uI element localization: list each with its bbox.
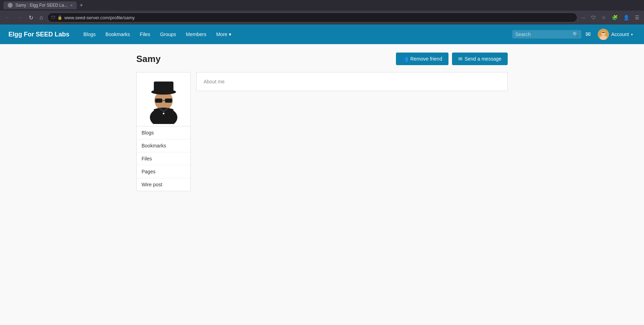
sidebar-item-bookmarks[interactable]: Bookmarks [137,139,190,152]
remove-friend-label: Remove friend [410,56,442,62]
about-me-box: About me [196,72,508,91]
send-message-icon: ✉ [458,56,463,62]
more-chevron-icon: ▾ [229,32,231,37]
browser-toolbar: ← → ↻ ⌂ 🛡 🔒 www.seed-server.com/profile/… [0,11,644,25]
svg-rect-7 [154,81,173,92]
avatar-image [598,29,609,40]
browser-tab[interactable]: Samy : Elgg For SEED La... × [4,1,77,9]
nav-links: Blogs Bookmarks Files Groups Members Mor… [79,29,512,40]
app-brand[interactable]: Elgg For SEED Labs [8,31,69,38]
svg-rect-9 [165,98,172,103]
menu-button[interactable]: ☰ [633,14,641,21]
account-label: Account [611,32,629,37]
app-navbar: Elgg For SEED Labs Blogs Bookmarks Files… [0,25,644,44]
extensions-button[interactable]: 🧩 [610,14,619,21]
more-tools-button[interactable]: ··· [580,14,587,21]
search-icon[interactable]: 🔍 [573,32,578,37]
profile-sidebar: Blogs Bookmarks Files Pages Wire post [136,72,191,191]
svg-point-11 [163,112,164,114]
nav-link-members[interactable]: Members [182,29,211,40]
account-menu[interactable]: Account ▾ [595,27,636,41]
refresh-button[interactable]: ↻ [27,13,35,22]
bookmark-button[interactable]: ☆ [600,14,608,21]
shield-icon: 🛡 [51,15,55,20]
samy-avatar-svg [143,75,185,124]
svg-point-1 [601,31,605,35]
account-chevron-icon: ▾ [631,33,633,36]
search-input[interactable] [515,32,571,37]
profile-avatar-image [137,72,190,126]
mail-icon[interactable]: ✉ [585,30,591,38]
close-tab-button[interactable]: × [70,3,73,7]
sidebar-item-pages[interactable]: Pages [137,165,190,178]
tab-favicon [8,3,13,8]
toolbar-icons: ··· 🛡 ☆ 🧩 👤 ☰ [580,14,641,21]
page-content: Samy 👥 Remove friend ✉ Send a message [129,44,515,200]
sidebar-item-blogs[interactable]: Blogs [137,126,190,139]
nav-link-bookmarks[interactable]: Bookmarks [101,29,134,40]
about-me-title: About me [204,79,225,84]
profile-actions: 👥 Remove friend ✉ Send a message [396,53,508,65]
sidebar-item-files[interactable]: Files [137,152,190,165]
sidebar-item-wire-post[interactable]: Wire post [137,178,190,191]
back-button[interactable]: ← [3,13,13,22]
profile-avatar-box [136,72,191,126]
lock-icon: 🔒 [57,15,62,20]
remove-friend-icon: 👥 [402,56,408,62]
profile-layout: Blogs Bookmarks Files Pages Wire post Ab… [136,72,508,191]
address-bar[interactable]: 🛡 🔒 www.seed-server.com/profile/samy [47,13,578,22]
forward-button[interactable]: → [15,13,25,22]
profile-header: Samy 👥 Remove friend ✉ Send a message [136,53,508,65]
shield-button[interactable]: 🛡 [589,14,598,21]
remove-friend-button[interactable]: 👥 Remove friend [396,53,448,65]
send-message-label: Send a message [465,56,501,62]
nav-link-files[interactable]: Files [136,29,155,40]
profile-name: Samy [136,54,160,64]
svg-rect-8 [155,98,162,103]
nav-link-blogs[interactable]: Blogs [79,29,100,40]
new-tab-button[interactable]: + [80,2,83,8]
url-display: www.seed-server.com/profile/samy [64,15,135,20]
profile-button[interactable]: 👤 [622,14,631,21]
avatar [598,29,609,40]
more-label: More [216,32,227,37]
browser-title-bar: Samy : Elgg For SEED La... × + [0,0,644,11]
nav-link-more[interactable]: More ▾ [212,29,235,40]
profile-sidebar-menu: Blogs Bookmarks Files Pages Wire post [136,126,191,191]
nav-link-groups[interactable]: Groups [156,29,180,40]
profile-main: About me [196,72,508,91]
send-message-button[interactable]: ✉ Send a message [452,53,508,65]
nav-search-box: 🔍 [512,30,581,39]
tab-title: Samy : Elgg For SEED La... [15,3,68,8]
home-button[interactable]: ⌂ [37,13,45,22]
